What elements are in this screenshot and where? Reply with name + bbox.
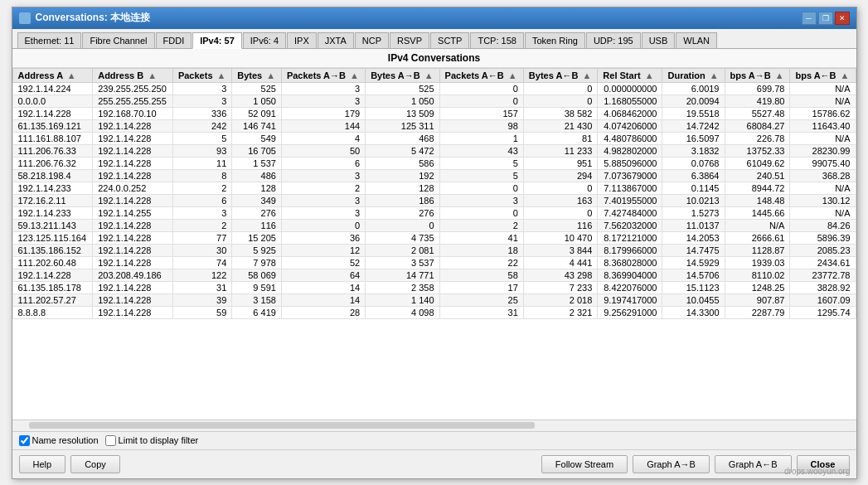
display-filter-checkbox-label[interactable]: Limit to display filter [105,435,199,446]
table-cell: 28 [281,306,365,318]
table-cell: 59.13.211.143 [12,219,93,231]
table-cell: 43 298 [523,269,597,281]
table-row[interactable]: 192.1.14.224239.255.255.25035253525000.0… [12,82,856,95]
tab-ipv6--4[interactable]: IPv6: 4 [243,32,286,48]
table-row[interactable]: 111.206.76.32192.1.14.228111 53765865951… [12,157,856,169]
col-header-bytes[interactable]: Bytes ▲ [232,68,282,82]
col-header-packets-a-b[interactable]: Packets A←B ▲ [439,68,523,82]
table-cell: 203.208.49.186 [93,269,173,281]
tab-wlan[interactable]: WLAN [676,32,717,48]
table-cell: 192.168.70.10 [93,107,173,119]
tab-ipx[interactable]: IPX [287,32,317,48]
tab-fibre-channel[interactable]: Fibre Channel [82,32,154,48]
tab-usb[interactable]: USB [642,32,676,48]
close-window-button[interactable]: ✕ [835,12,850,25]
table-cell: 21 430 [523,119,597,132]
table-cell: 0.1145 [662,182,725,194]
table-cell: 4 [281,132,365,144]
col-header-address-a[interactable]: Address A ▲ [12,68,93,82]
table-cell: 5 [172,132,231,144]
col-header-bytes-a-b[interactable]: Bytes A←B ▲ [523,68,597,82]
table-cell: 61.135.185.178 [12,281,93,293]
title-bar: Conversations: 本地连接 ─ ❐ ✕ [12,7,856,29]
table-cell: 111.202.60.48 [12,256,93,269]
tab-ncp[interactable]: NCP [355,32,389,48]
table-cell: 525 [366,82,439,95]
table-row[interactable]: 172.16.2.11192.1.14.2286349318631637.401… [12,194,856,206]
sort-icon: ▲ [582,70,591,80]
table-row[interactable]: 111.161.88.107192.1.14.228554944681814.4… [12,132,856,144]
table-cell: 1 [439,132,523,144]
table-row[interactable]: 111.206.76.33192.1.14.2289316 705505 472… [12,144,856,157]
table-cell: 128 [366,182,439,194]
table-row[interactable]: 192.1.14.233224.0.0.25221282128007.11386… [12,182,856,194]
table-cell: N/A [790,82,856,95]
tab-ethernet--11[interactable]: Ethernet: 11 [17,32,82,48]
minimize-button[interactable]: ─ [802,12,817,25]
table-row[interactable]: 58.218.198.4192.1.14.2288486319252947.07… [12,169,856,182]
tab-tcp--158[interactable]: TCP: 158 [470,32,523,48]
table-cell: 13752.33 [725,144,790,157]
table-row[interactable]: 61.135.169.121192.1.14.228242146 7411441… [12,119,856,132]
table-row[interactable]: 123.125.115.164192.1.14.2287715 205364 7… [12,231,856,244]
table-row[interactable]: 111.202.57.27192.1.14.228393 158141 1402… [12,293,856,306]
table-cell: 2 081 [366,244,439,256]
col-header-bps-a-b[interactable]: bps A←B ▲ [790,68,856,82]
table-cell: 192.1.14.228 [93,194,173,206]
graph-ba-button[interactable]: Graph A←B [715,455,792,473]
col-header-packets-a-b[interactable]: Packets A→B ▲ [281,68,365,82]
tab-sctp[interactable]: SCTP [430,32,469,48]
restore-button[interactable]: ❐ [818,12,833,25]
tab-jxta[interactable]: JXTA [318,32,354,48]
table-cell: 84.26 [790,219,856,231]
tab-ipv4--57[interactable]: IPv4: 57 [192,32,242,49]
copy-button[interactable]: Copy [70,455,120,473]
table-row[interactable]: 0.0.0.0255.255.255.25531 05031 050001.16… [12,95,856,107]
tab-fddi[interactable]: FDDI [156,32,192,48]
table-cell: 18 [439,244,523,256]
table-row[interactable]: 192.1.14.228203.208.49.18612258 0696414 … [12,269,856,281]
table-container[interactable]: Address A ▲Address B ▲Packets ▲Bytes ▲Pa… [12,68,856,420]
name-resolution-checkbox-label[interactable]: Name resolution [19,435,99,446]
table-cell: 16.5097 [662,132,725,144]
follow-stream-button[interactable]: Follow Stream [541,455,628,473]
display-filter-checkbox[interactable] [105,435,116,446]
tab-rsvp[interactable]: RSVP [390,32,429,48]
col-header-rel-start[interactable]: Rel Start ▲ [598,68,662,82]
table-cell: 2 [172,182,231,194]
table-cell: 6 419 [232,306,282,318]
table-row[interactable]: 111.202.60.48192.1.14.228747 978523 5372… [12,256,856,269]
table-row[interactable]: 61.135.186.152192.1.14.228305 925122 081… [12,244,856,256]
table-cell: 586 [366,157,439,169]
table-cell: 7.427484000 [598,206,662,219]
col-header-bytes-a-b[interactable]: Bytes A→B ▲ [366,68,439,82]
table-cell: 239.255.255.250 [93,82,173,95]
graph-ab-button[interactable]: Graph A→B [633,455,710,473]
col-header-address-b[interactable]: Address B ▲ [93,68,173,82]
name-resolution-checkbox[interactable] [19,435,30,446]
tab-token-ring[interactable]: Token Ring [525,32,585,48]
table-cell: 5.885096000 [598,157,662,169]
col-header-duration[interactable]: Duration ▲ [662,68,725,82]
table-cell: 0 [281,219,365,231]
horizontal-scrollbar[interactable] [12,420,856,431]
table-row[interactable]: 59.13.211.143192.1.14.22821160021167.562… [12,219,856,231]
table-cell: 58 069 [232,269,282,281]
col-header-packets[interactable]: Packets ▲ [172,68,231,82]
table-cell: N/A [790,206,856,219]
table-cell: 111.206.76.33 [12,144,93,157]
col-header-bps-a-b[interactable]: bps A→B ▲ [725,68,790,82]
table-row[interactable]: 8.8.8.8192.1.14.228596 419284 098312 321… [12,306,856,318]
table-cell: 25 [439,293,523,306]
table-row[interactable]: 61.135.185.178192.1.14.228319 591142 358… [12,281,856,293]
table-row[interactable]: 192.1.14.228192.168.70.1033652 09117913 … [12,107,856,119]
table-cell: 3 [439,194,523,206]
help-button[interactable]: Help [19,455,66,473]
sort-icon: ▲ [266,70,275,80]
table-cell: 3 [281,169,365,182]
main-window: Conversations: 本地连接 ─ ❐ ✕ Ethernet: 11Fi… [12,7,857,479]
table-cell: 58.218.198.4 [12,169,93,182]
tab-udp--195[interactable]: UDP: 195 [586,32,641,48]
table-cell: 14 [281,281,365,293]
table-row[interactable]: 192.1.14.233192.1.14.25532763276007.4274… [12,206,856,219]
